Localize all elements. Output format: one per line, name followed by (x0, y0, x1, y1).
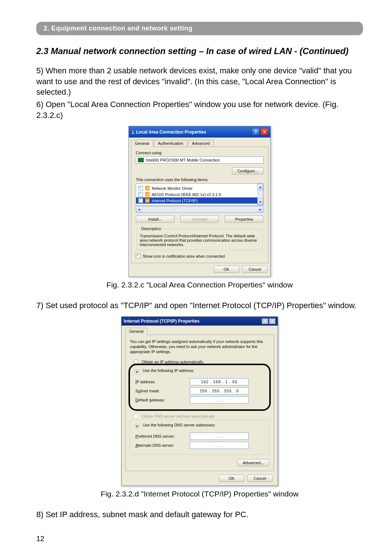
step-7: 7) Set used protocol as "TCP/IP" and ope… (36, 300, 363, 311)
dialog1-titlebar: ⊥Local Area Connection Properties ? × (129, 126, 270, 138)
properties-button[interactable]: Properties (225, 216, 264, 223)
section-title: 2.3 Manual network connection setting – … (36, 46, 363, 56)
scroll-up-icon[interactable]: ▴ (257, 184, 263, 190)
manual-dns-group: Use the following DNS server addresses: … (130, 420, 269, 455)
tab-general[interactable]: General (131, 140, 153, 147)
radio-auto-dns-label: Obtain DNS server address automatically (142, 414, 215, 418)
checkbox-icon[interactable] (138, 192, 143, 197)
cancel-button[interactable]: Cancel (242, 266, 268, 273)
description-label: Description (140, 226, 163, 231)
ok-button[interactable]: OK (214, 266, 239, 273)
alternate-dns-field[interactable]: . . . (190, 442, 249, 449)
scrollbar-vertical[interactable]: ▴ ▾ (257, 184, 263, 205)
nic-field: Intel(R) PRO/1000 MT Mobile Connection (136, 156, 264, 164)
radio-auto-dns: Obtain DNS server address automatically (134, 414, 269, 418)
manual-ip-group: Use the following IP address: IP address… (130, 365, 269, 409)
show-icon-label: Show icon in notification area when conn… (143, 254, 225, 258)
scroll-right-icon[interactable]: ▸ (257, 207, 263, 212)
list-item[interactable]: 📶 Network Monitor Driver (136, 185, 263, 191)
radio-auto-ip[interactable]: Obtain an IP address automatically (134, 359, 269, 364)
scroll-down-icon[interactable]: ▾ (257, 199, 263, 205)
connect-using-label: Connect using: (136, 151, 264, 155)
close-icon[interactable]: × (269, 318, 275, 324)
step-6: 6) Open "Local Area Connection Propertie… (36, 99, 363, 120)
ip-info-text: You can get IP settings assigned automat… (130, 339, 269, 354)
ok-button[interactable]: OK (219, 475, 244, 482)
tab-authentication[interactable]: Authentication (154, 140, 187, 147)
scrollbar-horizontal[interactable]: ◂ ▸ (136, 206, 264, 213)
nic-name: Intel(R) PRO/1000 MT Mobile Connection (146, 158, 220, 162)
preferred-dns-field[interactable]: . . . (190, 433, 249, 440)
step-5: 5) When more than 2 usable network devic… (36, 65, 363, 98)
radio-icon[interactable] (135, 369, 139, 374)
tcpip-properties-dialog: Internet Protocol (TCP/IP) Properties ? … (121, 316, 278, 486)
subnet-mask-field[interactable]: 255 . 255 . 255 . 0 (190, 387, 249, 394)
default-gateway-field[interactable]: . . . (190, 396, 249, 404)
local-area-connection-dialog: ⊥Local Area Connection Properties ? × Ge… (128, 126, 271, 277)
list-item-label: Internet Protocol (TCP/IP) (152, 199, 198, 203)
ip-address-field[interactable]: 192 . 168 . 1 . 50 (190, 378, 249, 385)
dialog2-titlebar: Internet Protocol (TCP/IP) Properties ? … (122, 317, 278, 326)
description-group: Description Transmission Control Protoco… (136, 226, 263, 250)
nic-icon (138, 158, 144, 162)
uninstall-button: Uninstall (180, 216, 219, 223)
close-icon[interactable]: × (261, 128, 268, 136)
checkbox-icon[interactable] (136, 254, 140, 258)
radio-icon (134, 414, 138, 418)
chapter-breadcrumb: 2. Equipment connection and network sett… (36, 22, 363, 35)
items-label: This connection uses the following items… (136, 177, 264, 182)
install-button[interactable]: Install... (136, 216, 175, 223)
configure-button[interactable]: Configure... (232, 167, 264, 175)
help-icon[interactable]: ? (262, 318, 268, 324)
advanced-button[interactable]: Advanced... (237, 459, 269, 466)
list-item-label: AEGIS Protocol (IEEE 802.1x) v2.3.1.9 (152, 192, 221, 197)
subnet-mask-row: Subnet mask: 255 . 255 . 255 . 0 (135, 387, 264, 394)
checkbox-icon[interactable] (138, 186, 143, 191)
help-icon[interactable]: ? (252, 128, 260, 136)
ip-address-row: IP address: 192 . 168 . 1 . 50 (135, 378, 264, 385)
dialog1-tabstrip: General Authentication Advanced (129, 138, 270, 147)
figure-2: Internet Protocol (TCP/IP) Properties ? … (36, 316, 363, 486)
figure-2-caption: Fig. 2.3.2.d "Internet Protocol (TCP/IP)… (36, 490, 363, 498)
description-text: Transmission Control Protocol/Internet P… (140, 234, 260, 247)
tab-advanced[interactable]: Advanced (188, 140, 214, 147)
cancel-button[interactable]: Cancel (247, 475, 273, 482)
components-list[interactable]: 📶 Network Monitor Driver 📶 AEGIS Protoco… (136, 183, 264, 205)
list-item-label: Network Monitor Driver (152, 186, 192, 191)
figure-1: ⊥Local Area Connection Properties ? × Ge… (36, 126, 363, 277)
radio-manual-ip-label[interactable]: Use the following IP address: (143, 368, 194, 373)
step-8: 8) Set IP address, subnet mask and defau… (36, 509, 363, 520)
tab-general[interactable]: General (125, 328, 147, 335)
radio-manual-dns-label[interactable]: Use the following DNS server addresses: (143, 423, 216, 427)
figure-1-caption: Fig. 2.3.2.c "Local Area Connection Prop… (36, 281, 363, 289)
radio-icon[interactable] (135, 424, 139, 429)
list-item[interactable]: 📶 AEGIS Protocol (IEEE 802.1x) v2.3.1.9 (136, 191, 263, 197)
preferred-dns-row: Preferred DNS server: . . . (135, 433, 264, 440)
radio-icon[interactable] (134, 359, 138, 364)
dialog1-title: ⊥Local Area Connection Properties (131, 130, 206, 135)
default-gateway-row: Default gateway: . . . (135, 396, 264, 404)
page-number: 12 (36, 535, 363, 543)
alternate-dns-row: Alternate DNS server: . . . (135, 442, 264, 449)
checkbox-icon[interactable] (138, 198, 143, 203)
dialog2-title: Internet Protocol (TCP/IP) Properties (124, 319, 200, 324)
scroll-left-icon[interactable]: ◂ (136, 207, 142, 212)
show-icon-checkbox[interactable]: Show icon in notification area when conn… (136, 254, 264, 258)
list-item-tcpip-selected[interactable]: 📶 Internet Protocol (TCP/IP) (136, 197, 263, 204)
